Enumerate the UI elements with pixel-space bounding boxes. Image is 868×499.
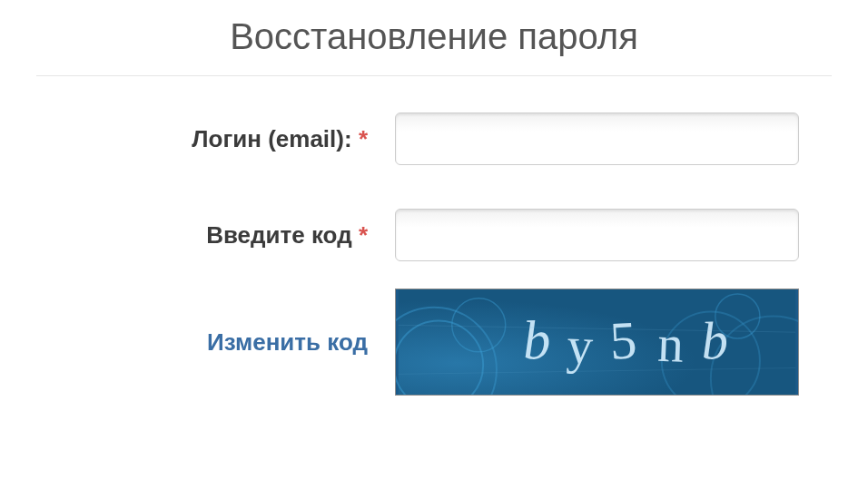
login-label-container: Логин (email): * — [36, 125, 395, 153]
svg-text:n: n — [656, 315, 686, 373]
code-input-container — [395, 209, 832, 261]
svg-text:y: y — [566, 317, 597, 376]
change-link-container: Изменить код — [36, 328, 395, 357]
required-asterisk: * — [359, 221, 368, 249]
change-code-link[interactable]: Изменить код — [207, 328, 368, 356]
code-row: Введите код * — [36, 209, 832, 261]
login-input-container — [395, 113, 832, 165]
svg-text:b: b — [522, 309, 554, 371]
code-input[interactable] — [395, 209, 799, 261]
captcha-row: Изменить код b y — [36, 289, 832, 396]
login-label: Логин (email): — [192, 125, 351, 152]
captcha-image: b y 5 n b — [395, 289, 799, 396]
svg-text:b: b — [700, 310, 731, 371]
svg-text:5: 5 — [608, 309, 640, 371]
code-label-container: Введите код * — [36, 221, 395, 250]
required-asterisk: * — [359, 125, 368, 152]
code-label: Введите код — [206, 221, 352, 249]
divider — [36, 75, 832, 76]
page-title: Восстановление пароля — [36, 9, 832, 75]
login-input[interactable] — [395, 113, 799, 165]
password-recovery-form: Восстановление пароля Логин (email): * В… — [0, 0, 868, 432]
login-row: Логин (email): * — [36, 113, 832, 165]
